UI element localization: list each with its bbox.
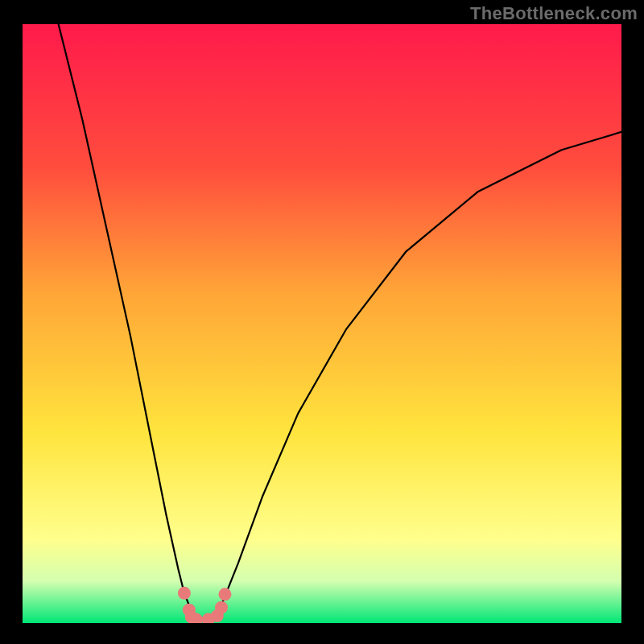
highlight-point bbox=[215, 601, 228, 614]
plot-area bbox=[23, 24, 621, 623]
chart-svg bbox=[23, 24, 621, 623]
highlight-point bbox=[178, 587, 191, 600]
gradient-background bbox=[23, 24, 621, 623]
highlight-point bbox=[218, 588, 231, 601]
watermark-text: TheBottleneck.com bbox=[470, 3, 638, 24]
